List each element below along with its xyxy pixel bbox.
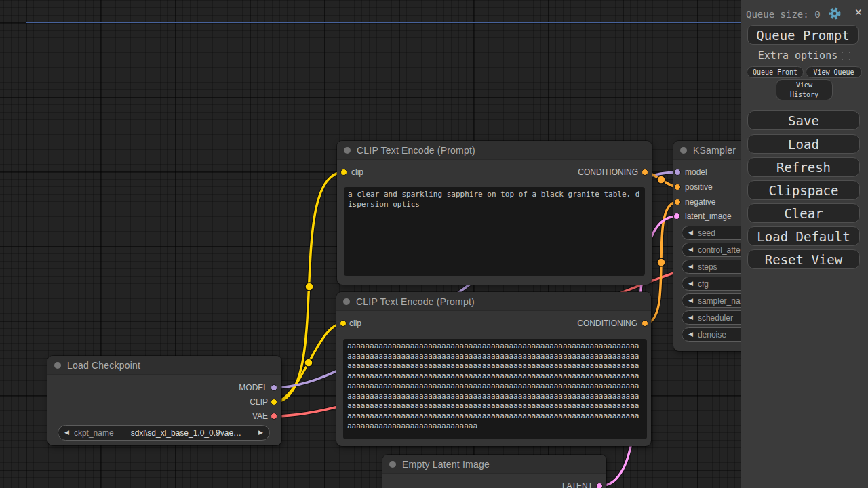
node-clip-text-encode-top[interactable]: CLIP Text Encode (Prompt) clip CONDITION… xyxy=(337,141,652,285)
widget-value: sdxl\sd_xl_base_1.0_0.9vae… xyxy=(114,428,258,438)
combo-left-arrow-icon[interactable]: ◀ xyxy=(688,264,693,270)
settings-gear-icon[interactable] xyxy=(828,7,842,20)
collapse-dot-icon[interactable] xyxy=(343,298,350,305)
widget-label: denoise xyxy=(698,330,726,340)
node-title-bar[interactable]: Empty Latent Image xyxy=(382,455,606,474)
node-title-bar[interactable]: CLIP Text Encode (Prompt) xyxy=(336,292,651,311)
collapse-dot-icon[interactable] xyxy=(389,461,396,468)
node-title: CLIP Text Encode (Prompt) xyxy=(356,296,475,307)
combo-left-arrow-icon[interactable]: ◀ xyxy=(688,331,693,338)
node-title: Empty Latent Image xyxy=(402,459,490,470)
node-clip-text-encode-bottom[interactable]: CLIP Text Encode (Prompt) clip CONDITION… xyxy=(336,292,651,446)
extra-options-label: Extra options xyxy=(758,49,837,62)
widget-label: scheduler xyxy=(698,313,733,323)
prompt-textarea[interactable]: a clear and sparkling sapphire on top of… xyxy=(344,187,645,276)
collapse-dot-icon[interactable] xyxy=(54,362,61,369)
output-slot-label-model: MODEL xyxy=(239,383,268,392)
ckpt-name-combo-widget[interactable]: ◀ ckpt_name sdxl\sd_xl_base_1.0_0.9vae… … xyxy=(58,425,270,441)
collapse-dot-icon[interactable] xyxy=(680,147,687,154)
node-title: Load Checkpoint xyxy=(67,360,140,371)
combo-left-arrow-icon[interactable]: ◀ xyxy=(688,314,693,321)
input-slot-label-clip: clip xyxy=(351,167,363,177)
input-slot-label-negative: negative xyxy=(685,197,715,207)
widget-label: ckpt_name xyxy=(74,428,114,438)
node-title-bar[interactable]: Load Checkpoint xyxy=(47,356,281,375)
combo-left-arrow-icon[interactable]: ◀ xyxy=(688,247,693,253)
combo-left-arrow-icon[interactable]: ◀ xyxy=(64,430,69,436)
combo-left-arrow-icon[interactable]: ◀ xyxy=(688,230,693,236)
prompt-textarea[interactable]: aaaaaaaaaaaaaaaaaaaaaaaaaaaaaaaaaaaaaaaa… xyxy=(343,339,647,439)
combo-left-arrow-icon[interactable]: ◀ xyxy=(688,298,693,304)
output-slot-label-conditioning: CONDITIONING xyxy=(578,167,638,177)
combo-right-arrow-icon[interactable]: ▶ xyxy=(258,430,263,436)
collapse-dot-icon[interactable] xyxy=(344,147,351,154)
input-slot-label-latent-image: latent_image xyxy=(685,211,732,221)
close-icon[interactable]: ✕ xyxy=(855,6,862,18)
extra-options-checkbox[interactable] xyxy=(842,52,850,60)
node-title-bar[interactable]: CLIP Text Encode (Prompt) xyxy=(337,141,652,160)
node-load-checkpoint[interactable]: Load Checkpoint MODEL CLIP VAE ◀ ckpt_na… xyxy=(47,356,281,445)
refresh-button[interactable]: Refresh xyxy=(747,157,860,177)
save-button[interactable]: Save xyxy=(747,110,860,130)
node-empty-latent-image[interactable]: Empty Latent Image LATENT xyxy=(382,455,606,488)
output-slot-label-conditioning: CONDITIONING xyxy=(577,319,637,328)
view-queue-button[interactable]: View Queue xyxy=(806,66,862,78)
node-title: KSampler xyxy=(693,145,736,156)
output-slot-label-clip: CLIP xyxy=(250,397,268,407)
combo-left-arrow-icon[interactable]: ◀ xyxy=(688,281,693,287)
widget-label: steps xyxy=(698,262,717,272)
output-slot-label-vae: VAE xyxy=(252,411,268,421)
node-graph-canvas[interactable]: CLIP Text Encode (Prompt) clip CONDITION… xyxy=(0,0,868,488)
node-title: CLIP Text Encode (Prompt) xyxy=(357,145,475,156)
input-slot-label-positive: positive xyxy=(685,182,713,192)
queue-prompt-button[interactable]: Queue Prompt xyxy=(747,25,859,45)
load-button[interactable]: Load xyxy=(747,134,860,154)
comfy-menu-panel: Queue size: 0 ✕ Queue Prompt Extra optio… xyxy=(741,0,868,488)
load-default-button[interactable]: Load Default xyxy=(747,226,860,246)
clear-button[interactable]: Clear xyxy=(747,203,860,223)
queue-size-label: Queue size: 0 xyxy=(746,9,821,20)
widget-label: seed xyxy=(698,228,715,238)
extra-options-row: Extra options xyxy=(741,50,868,61)
input-slot-label-clip: clip xyxy=(349,319,361,328)
reset-view-button[interactable]: Reset View xyxy=(747,249,860,269)
input-slot-label-model: model xyxy=(685,167,707,177)
view-history-button[interactable]: View History xyxy=(776,79,833,100)
output-slot-label-latent: LATENT xyxy=(562,481,593,488)
queue-front-button[interactable]: Queue Front xyxy=(747,66,804,78)
widget-label: cfg xyxy=(698,279,709,289)
clipspace-button[interactable]: Clipspace xyxy=(747,180,860,200)
